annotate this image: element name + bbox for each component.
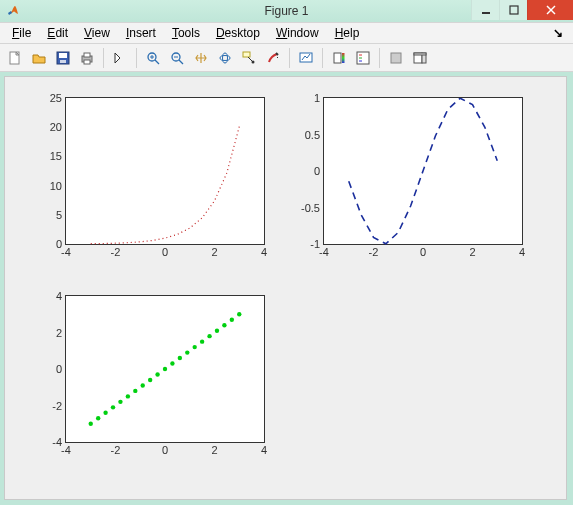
close-button[interactable] bbox=[527, 0, 573, 20]
ytick-label: -0.5 bbox=[300, 202, 324, 214]
svg-point-34 bbox=[89, 422, 93, 426]
xtick-label: -4 bbox=[61, 442, 71, 456]
axes-3[interactable]: -4-2024-4-2024 bbox=[65, 295, 265, 443]
edit-plot-button[interactable] bbox=[109, 47, 131, 69]
menu-tools[interactable]: Tools bbox=[166, 24, 206, 42]
xtick-label: 4 bbox=[261, 244, 267, 258]
matlab-logo-icon bbox=[6, 3, 22, 19]
xtick-label: 0 bbox=[420, 244, 426, 258]
xtick-label: 0 bbox=[162, 244, 168, 258]
svg-point-54 bbox=[237, 312, 241, 316]
menu-insert[interactable]: Insert bbox=[120, 24, 162, 42]
svg-point-52 bbox=[222, 323, 226, 327]
xtick-label: -4 bbox=[61, 244, 71, 258]
xtick-label: 4 bbox=[519, 244, 525, 258]
svg-point-51 bbox=[215, 328, 219, 332]
svg-point-48 bbox=[193, 345, 197, 349]
menu-help[interactable]: Help bbox=[329, 24, 366, 42]
axes-1[interactable]: 0510152025-4-2024 bbox=[65, 97, 265, 245]
svg-rect-6 bbox=[59, 53, 67, 58]
svg-point-40 bbox=[133, 389, 137, 393]
print-button[interactable] bbox=[76, 47, 98, 69]
svg-point-22 bbox=[252, 60, 255, 63]
ytick-label: 2 bbox=[42, 327, 66, 339]
menubar: File Edit View Insert Tools Desktop Wind… bbox=[0, 22, 573, 44]
window-buttons bbox=[471, 0, 573, 22]
ytick-label: 0 bbox=[42, 363, 66, 375]
insert-legend-button[interactable] bbox=[352, 47, 374, 69]
svg-rect-24 bbox=[334, 53, 341, 63]
xtick-label: 0 bbox=[162, 442, 168, 456]
menu-file[interactable]: File bbox=[6, 24, 37, 42]
xtick-label: 2 bbox=[211, 442, 217, 456]
svg-point-35 bbox=[96, 416, 100, 420]
svg-point-46 bbox=[178, 356, 182, 360]
data-cursor-button[interactable] bbox=[238, 47, 260, 69]
new-figure-button[interactable] bbox=[4, 47, 26, 69]
menu-window[interactable]: Window bbox=[270, 24, 325, 42]
ytick-label: 5 bbox=[42, 209, 66, 221]
ytick-label: 4 bbox=[42, 290, 66, 302]
open-button[interactable] bbox=[28, 47, 50, 69]
save-button[interactable] bbox=[52, 47, 74, 69]
svg-rect-30 bbox=[391, 53, 401, 63]
ytick-label: 0.5 bbox=[300, 129, 324, 141]
svg-rect-33 bbox=[414, 53, 426, 55]
xtick-label: -2 bbox=[111, 442, 121, 456]
dock-controls-icon[interactable]: ↘ bbox=[549, 26, 567, 40]
svg-point-19 bbox=[223, 53, 228, 63]
xtick-label: -4 bbox=[319, 244, 329, 258]
svg-point-53 bbox=[230, 318, 234, 322]
svg-point-37 bbox=[111, 405, 115, 409]
ytick-label: -2 bbox=[42, 400, 66, 412]
ytick-label: 25 bbox=[42, 92, 66, 104]
svg-point-49 bbox=[200, 339, 204, 343]
svg-point-18 bbox=[220, 55, 230, 60]
svg-point-36 bbox=[103, 411, 107, 415]
ytick-label: 1 bbox=[300, 92, 324, 104]
ytick-label: 15 bbox=[42, 150, 66, 162]
minimize-button[interactable] bbox=[471, 0, 499, 20]
svg-point-47 bbox=[185, 350, 189, 354]
svg-rect-1 bbox=[510, 6, 518, 14]
svg-point-45 bbox=[170, 361, 174, 365]
menu-edit[interactable]: Edit bbox=[41, 24, 74, 42]
svg-rect-10 bbox=[84, 60, 90, 64]
xtick-label: -2 bbox=[111, 244, 121, 258]
svg-point-44 bbox=[163, 367, 167, 371]
svg-rect-25 bbox=[342, 53, 345, 63]
hide-plot-tools-button[interactable] bbox=[385, 47, 407, 69]
svg-rect-26 bbox=[357, 52, 369, 64]
toolbar bbox=[0, 44, 573, 72]
insert-colorbar-button[interactable] bbox=[328, 47, 350, 69]
menu-desktop[interactable]: Desktop bbox=[210, 24, 266, 42]
svg-line-16 bbox=[179, 60, 183, 64]
svg-rect-20 bbox=[243, 52, 250, 57]
svg-point-38 bbox=[118, 400, 122, 404]
svg-point-50 bbox=[207, 334, 211, 338]
figure-canvas[interactable]: 0510152025-4-2024 -1-0.500.51-4-2024 -4-… bbox=[4, 76, 567, 500]
svg-point-42 bbox=[148, 378, 152, 382]
show-plot-tools-button[interactable] bbox=[409, 47, 431, 69]
svg-rect-9 bbox=[84, 53, 90, 57]
xtick-label: 2 bbox=[211, 244, 217, 258]
rotate-3d-button[interactable] bbox=[214, 47, 236, 69]
menu-view[interactable]: View bbox=[78, 24, 116, 42]
svg-rect-7 bbox=[60, 60, 66, 63]
titlebar: Figure 1 bbox=[0, 0, 573, 22]
svg-rect-0 bbox=[482, 12, 490, 14]
svg-line-12 bbox=[155, 60, 159, 64]
zoom-out-button[interactable] bbox=[166, 47, 188, 69]
xtick-label: 2 bbox=[469, 244, 475, 258]
ytick-label: 10 bbox=[42, 180, 66, 192]
svg-point-39 bbox=[126, 394, 130, 398]
axes-2[interactable]: -1-0.500.51-4-2024 bbox=[323, 97, 523, 245]
zoom-in-button[interactable] bbox=[142, 47, 164, 69]
brush-button[interactable] bbox=[262, 47, 284, 69]
ytick-label: 20 bbox=[42, 121, 66, 133]
svg-point-43 bbox=[155, 372, 159, 376]
maximize-button[interactable] bbox=[499, 0, 527, 20]
link-plot-button[interactable] bbox=[295, 47, 317, 69]
pan-button[interactable] bbox=[190, 47, 212, 69]
xtick-label: 4 bbox=[261, 442, 267, 456]
